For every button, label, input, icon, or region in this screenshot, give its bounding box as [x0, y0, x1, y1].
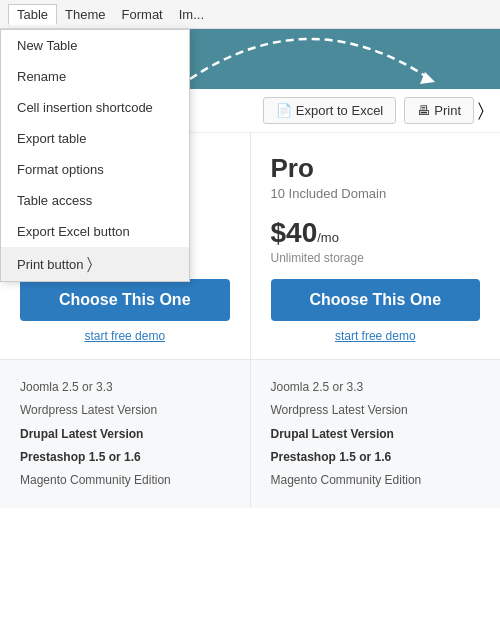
menu-item-theme[interactable]: Theme	[57, 5, 113, 24]
dropdown-rename[interactable]: Rename	[1, 61, 189, 92]
pro-choose-button[interactable]: Choose This One	[271, 279, 481, 321]
plus-feature-4: Prestashop 1.5 or 1.6	[20, 446, 230, 469]
pro-plan-domains: 10 Included Domain	[271, 186, 481, 201]
features-section: Joomla 2.5 or 3.3 Wordpress Latest Versi…	[0, 359, 500, 508]
export-excel-button[interactable]: 📄 Export to Excel	[263, 97, 396, 124]
plus-feature-1: Joomla 2.5 or 3.3	[20, 376, 230, 399]
pro-feature-2: Wordpress Latest Version	[271, 399, 481, 422]
dropdown-table-access[interactable]: Table access	[1, 185, 189, 216]
menu-item-im[interactable]: Im...	[171, 5, 212, 24]
pro-plan-name: Pro	[271, 153, 481, 184]
pro-price-period: /mo	[317, 230, 339, 245]
pro-plan-storage: Unlimited storage	[271, 251, 481, 265]
pro-plan-price: $40/mo	[271, 217, 481, 249]
pro-price-amount: $40	[271, 217, 318, 248]
pro-feature-4: Prestashop 1.5 or 1.6	[271, 446, 481, 469]
dropdown-new-table[interactable]: New Table	[1, 30, 189, 61]
export-excel-label: Export to Excel	[296, 103, 383, 118]
plus-demo-link[interactable]: start free demo	[20, 329, 230, 343]
dropdown-print-label: Print button	[17, 257, 84, 272]
features-col-plus: Joomla 2.5 or 3.3 Wordpress Latest Versi…	[0, 360, 251, 508]
pro-feature-5: Magento Community Edition	[271, 469, 481, 492]
pro-demo-link[interactable]: start free demo	[271, 329, 481, 343]
pro-feature-3: Drupal Latest Version	[271, 423, 481, 446]
dropdown-cell-insertion[interactable]: Cell insertion shortcode	[1, 92, 189, 123]
dropdown-menu: New Table Rename Cell insertion shortcod…	[0, 29, 190, 282]
plus-feature-5: Magento Community Edition	[20, 469, 230, 492]
features-col-pro: Joomla 2.5 or 3.3 Wordpress Latest Versi…	[251, 360, 501, 508]
plus-choose-button[interactable]: Choose This One	[20, 279, 230, 321]
dropdown-format-options[interactable]: Format options	[1, 154, 189, 185]
menu-item-format[interactable]: Format	[114, 5, 171, 24]
plus-feature-3: Drupal Latest Version	[20, 423, 230, 446]
print-button[interactable]: 🖶 Print	[404, 97, 474, 124]
pricing-col-pro: Pro 10 Included Domain $40/mo Unlimited …	[251, 133, 501, 359]
dropdown-export-excel-btn[interactable]: Export Excel button	[1, 216, 189, 247]
print-label: Print	[434, 103, 461, 118]
menu-bar: Table Theme Format Im...	[0, 0, 500, 29]
cursor-icon: 〉	[87, 255, 92, 273]
menu-item-table[interactable]: Table	[8, 4, 57, 25]
dropdown-export-table[interactable]: Export table	[1, 123, 189, 154]
pro-feature-1: Joomla 2.5 or 3.3	[271, 376, 481, 399]
print-cursor-icon: 〉	[478, 100, 484, 121]
dropdown-print-btn[interactable]: Print button 〉	[1, 247, 189, 281]
export-excel-icon: 📄	[276, 103, 292, 118]
plus-feature-2: Wordpress Latest Version	[20, 399, 230, 422]
print-icon: 🖶	[417, 103, 430, 118]
